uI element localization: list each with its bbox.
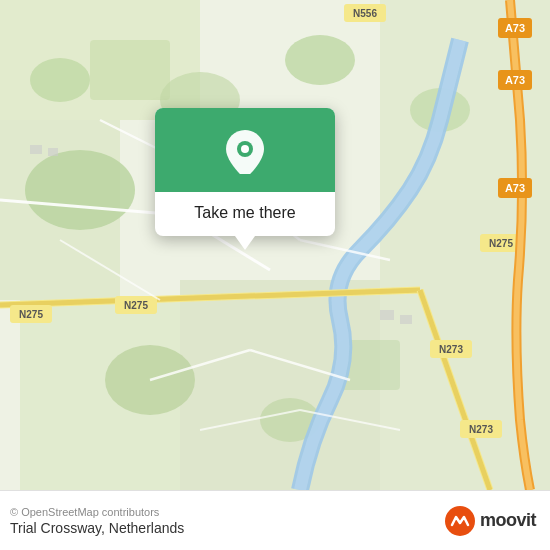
popup-header (155, 108, 335, 192)
svg-text:N273: N273 (439, 344, 463, 355)
footer-left: © OpenStreetMap contributors Trial Cross… (10, 506, 184, 536)
copyright-text: © OpenStreetMap contributors (10, 506, 184, 518)
svg-point-8 (30, 58, 90, 102)
svg-rect-48 (30, 145, 42, 154)
moovit-text: moovit (480, 510, 536, 531)
svg-point-7 (25, 150, 135, 230)
moovit-icon (444, 505, 476, 537)
map-container: N275 N275 N273 N273 N275 A73 A73 A73 N55… (0, 0, 550, 490)
svg-rect-9 (90, 40, 170, 100)
svg-text:N273: N273 (469, 424, 493, 435)
svg-rect-49 (48, 148, 58, 156)
moovit-logo[interactable]: moovit (444, 505, 536, 537)
map-background: N275 N275 N273 N273 N275 A73 A73 A73 N55… (0, 0, 550, 490)
location-popup: Take me there (155, 108, 335, 236)
svg-text:N275: N275 (489, 238, 513, 249)
svg-text:A73: A73 (505, 74, 525, 86)
svg-rect-50 (380, 310, 394, 320)
svg-point-53 (241, 145, 249, 153)
svg-text:N275: N275 (19, 309, 43, 320)
footer-bar: © OpenStreetMap contributors Trial Cross… (0, 490, 550, 550)
take-me-there-button[interactable]: Take me there (171, 202, 319, 224)
svg-text:N275: N275 (124, 300, 148, 311)
svg-text:N556: N556 (353, 8, 377, 19)
popup-bottom: Take me there (155, 192, 335, 236)
svg-point-11 (285, 35, 355, 85)
svg-rect-51 (400, 315, 412, 324)
location-pin-icon (223, 130, 267, 174)
svg-text:A73: A73 (505, 22, 525, 34)
svg-text:A73: A73 (505, 182, 525, 194)
location-name: Trial Crossway, Netherlands (10, 520, 184, 536)
